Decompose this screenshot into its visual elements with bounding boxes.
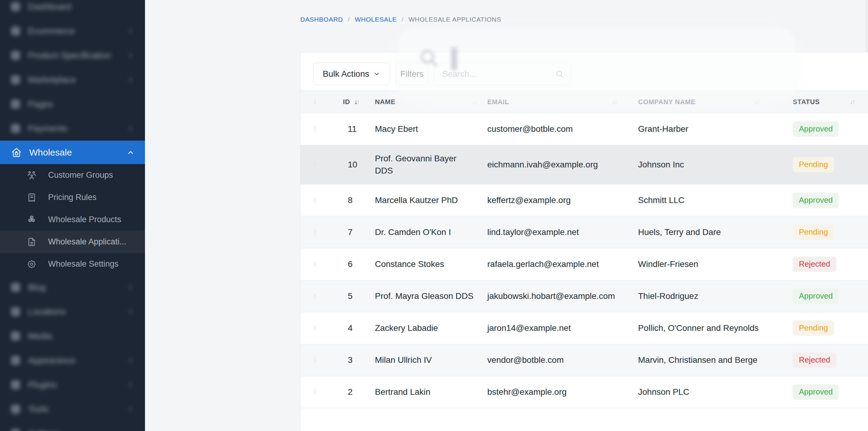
- sidebar-item-settings[interactable]: Settings: [0, 421, 145, 431]
- table-row[interactable]: 10 Prof. Geovanni Bayer DDS eichmann.iva…: [301, 145, 868, 185]
- bulk-actions-button[interactable]: Bulk Actions: [313, 63, 390, 85]
- locations-icon: [11, 307, 20, 316]
- appearance-icon: [11, 356, 20, 365]
- sidebar-item-locations[interactable]: Locations: [0, 299, 145, 324]
- sort-icons[interactable]: ↓↑: [850, 99, 854, 105]
- sidebar-item-dashboard[interactable]: Dashboard: [0, 0, 145, 19]
- main-content: DASHBOARD / WHOLESALE / WHOLESALE APPLIC…: [145, 0, 868, 431]
- chevron-right-icon: [127, 125, 135, 132]
- sidebar-item-payments[interactable]: Payments: [0, 116, 145, 141]
- table-row[interactable]: 6 Constance Stokes rafaela.gerlach@examp…: [301, 248, 868, 280]
- wholesale-submenu: Customer Groups Pricing Rules: [0, 164, 145, 275]
- sidebar-item-label: Wholesale Applicati...: [48, 237, 126, 246]
- marketplace-icon: [11, 75, 20, 84]
- table-search: [434, 63, 571, 85]
- settings-icon: [11, 429, 20, 431]
- row-checkbox[interactable]: [315, 126, 315, 132]
- sidebar-item-blog[interactable]: Blog: [0, 275, 145, 299]
- sidebar-item-label: Wholesale Settings: [48, 259, 119, 269]
- chevron-right-icon: [127, 284, 135, 291]
- table-toolbar: Bulk Actions Filters Reload: [301, 52, 868, 90]
- table-row[interactable]: 3 Milan Ullrich IV vendor@botble.com Mar…: [301, 344, 868, 376]
- sidebar-item-label: Wholesale: [29, 147, 72, 158]
- status-badge: Pending: [793, 157, 834, 172]
- bulk-actions-label: Bulk Actions: [323, 69, 369, 79]
- table-row[interactable]: 11 Macy Ebert customer@botble.com Grant-…: [301, 113, 868, 145]
- sidebar-item-wholesale-settings[interactable]: Wholesale Settings: [0, 253, 145, 275]
- file-text-icon: [27, 237, 36, 247]
- column-header-email[interactable]: EMAIL ↓↑: [487, 98, 638, 106]
- sidebar-item-marketplace[interactable]: Marketplace: [0, 68, 145, 92]
- table-row[interactable]: 2 Bertrand Lakin bstehr@example.org John…: [301, 376, 868, 408]
- chevron-down-icon: [373, 71, 380, 77]
- sidebar-item-pricing-rules[interactable]: Pricing Rules: [0, 186, 145, 208]
- filters-label: Filters: [400, 69, 423, 79]
- media-icon: [11, 331, 20, 341]
- row-checkbox[interactable]: [315, 293, 315, 299]
- row-checkbox[interactable]: [315, 197, 315, 203]
- chevron-right-icon: [127, 357, 135, 364]
- row-checkbox[interactable]: [315, 389, 315, 395]
- column-header-company[interactable]: COMPANY NAME ↓↑: [638, 98, 793, 106]
- sidebar-item-ecommerce[interactable]: Ecommerce: [0, 19, 145, 43]
- status-badge: Rejected: [793, 257, 836, 271]
- ecommerce-icon: [11, 27, 20, 36]
- sidebar-item-label: Customer Groups: [48, 170, 113, 180]
- table-row[interactable]: 5 Prof. Mayra Gleason DDS jakubowski.hob…: [301, 280, 868, 312]
- column-header-status[interactable]: STATUS ↓↑: [793, 98, 868, 106]
- breadcrumb-dashboard[interactable]: DASHBOARD: [300, 16, 343, 23]
- sidebar-item-tools[interactable]: Tools: [0, 397, 145, 421]
- chevron-right-icon: [127, 381, 135, 389]
- search-input[interactable]: [434, 63, 571, 85]
- row-checkbox[interactable]: [315, 229, 315, 235]
- blog-icon: [11, 283, 20, 292]
- store-icon: [11, 147, 22, 158]
- breadcrumb-current-page: WHOLESALE APPLICATIONS: [408, 16, 501, 23]
- sort-icons[interactable]: ↓↑: [612, 99, 617, 105]
- sidebar-item-wholesale[interactable]: Wholesale: [0, 141, 145, 164]
- admin-screen: Dashboard Ecommerce Product Specificatio…: [0, 0, 868, 431]
- plugins-icon: [11, 380, 20, 389]
- table-header: ID ↓↑ NAME ↓↑ EMAIL ↓↑ COMPANY NAME ↓↑ S…: [301, 90, 868, 113]
- sort-icons[interactable]: ↓↑: [472, 99, 476, 105]
- column-header-id[interactable]: ID ↓↑: [343, 98, 375, 106]
- sidebar-item-plugins[interactable]: Plugins: [0, 372, 145, 397]
- sort-icons[interactable]: ↓↑: [354, 99, 359, 105]
- sidebar-item-product-specification[interactable]: Product Specification: [0, 43, 145, 68]
- wholesale-applications-card: Bulk Actions Filters Reload: [300, 52, 868, 431]
- status-badge: Approved: [793, 122, 839, 136]
- dashboard-icon: [11, 2, 20, 11]
- sidebar: Dashboard Ecommerce Product Specificatio…: [0, 0, 145, 431]
- sidebar-item-pages[interactable]: Pages: [0, 92, 145, 116]
- row-checkbox[interactable]: [315, 162, 315, 167]
- payments-icon: [11, 124, 20, 133]
- sidebar-item-media[interactable]: Media: [0, 324, 145, 348]
- status-badge: Approved: [793, 385, 839, 399]
- sidebar-item-appearance[interactable]: Appearance: [0, 348, 145, 372]
- select-all-checkbox[interactable]: [315, 99, 315, 105]
- table-row[interactable]: 8 Marcella Kautzer PhD keffertz@example.…: [301, 185, 868, 217]
- packages-icon: [27, 215, 36, 225]
- status-badge: Rejected: [793, 353, 836, 367]
- row-checkbox[interactable]: [315, 261, 315, 267]
- row-checkbox[interactable]: [315, 357, 315, 363]
- table-row[interactable]: 4 Zackery Labadie jaron14@example.net Po…: [301, 312, 868, 344]
- sort-icons[interactable]: ↓↑: [754, 99, 759, 105]
- sidebar-item-wholesale-products[interactable]: Wholesale Products: [0, 208, 145, 231]
- chevron-right-icon: [127, 52, 135, 59]
- filters-button[interactable]: Filters: [396, 63, 428, 85]
- chevron-right-icon: [127, 27, 135, 35]
- sidebar-item-label: Wholesale Products: [48, 215, 121, 224]
- pages-icon: [11, 100, 20, 109]
- breadcrumb-separator: /: [348, 16, 350, 23]
- sidebar-item-wholesale-applications[interactable]: Wholesale Applicati...: [0, 231, 145, 253]
- sidebar-item-customer-groups[interactable]: Customer Groups: [0, 164, 145, 186]
- gear-icon: [27, 259, 36, 269]
- column-header-name[interactable]: NAME ↓↑: [375, 98, 487, 106]
- row-checkbox[interactable]: [315, 325, 315, 331]
- chevron-up-icon[interactable]: [127, 148, 135, 157]
- status-badge: Approved: [793, 289, 839, 303]
- status-badge: Pending: [793, 225, 834, 239]
- breadcrumb-wholesale[interactable]: WHOLESALE: [355, 16, 397, 23]
- table-row[interactable]: 7 Dr. Camden O'Kon I lind.taylor@example…: [301, 217, 868, 248]
